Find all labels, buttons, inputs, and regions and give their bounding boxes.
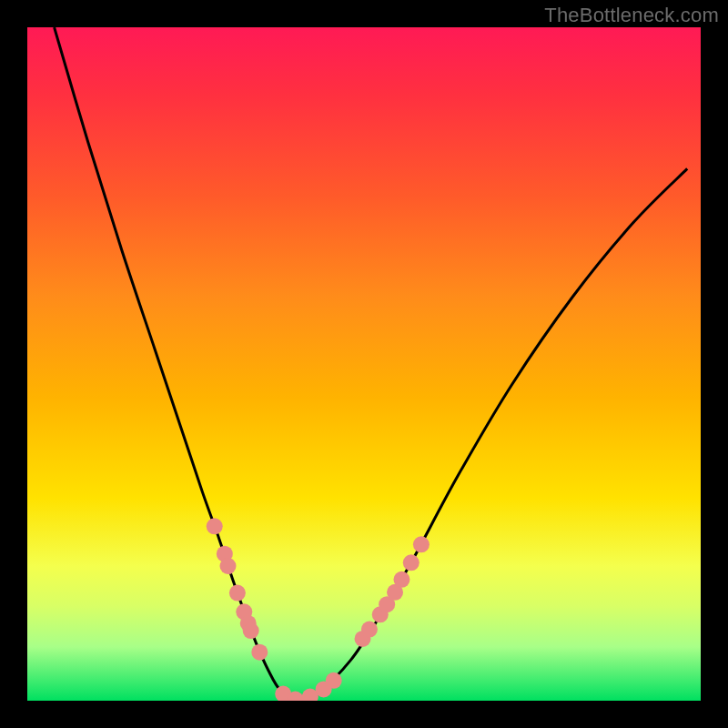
watermark-text: TheBottleneck.com <box>544 4 719 27</box>
curve-point <box>229 585 246 602</box>
curve-point <box>403 554 420 571</box>
chart-stage: TheBottleneck.com <box>0 0 728 728</box>
curve-point <box>207 518 223 534</box>
plot-area <box>27 27 701 701</box>
curve-point <box>413 536 430 552</box>
curve-point <box>361 622 378 638</box>
bottleneck-curve <box>55 27 688 700</box>
curve-points <box>207 518 430 701</box>
curve-point <box>220 558 237 574</box>
curve-layer <box>27 27 701 701</box>
curve-point <box>243 622 259 639</box>
curve-point <box>326 672 342 689</box>
curve-point <box>251 644 268 661</box>
curve-point <box>393 571 410 588</box>
